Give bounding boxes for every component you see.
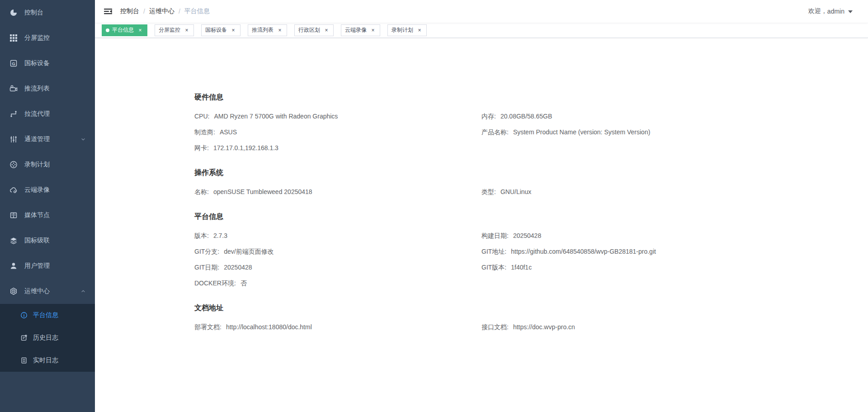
info-value: 否 bbox=[241, 279, 247, 287]
sidebar-item-label: 录制计划 bbox=[24, 161, 50, 169]
close-icon[interactable] bbox=[184, 27, 190, 33]
sidebar-subitem-platform-info[interactable]: 平台信息 bbox=[0, 304, 95, 327]
sidebar-item-record-plan[interactable]: 录制计划 bbox=[0, 152, 95, 177]
info-value: 1f40f1c bbox=[511, 264, 532, 271]
user-dropdown[interactable]: 欢迎， admin bbox=[808, 7, 853, 15]
info-label: DOCKER环境: bbox=[194, 279, 236, 287]
realtime-log-icon bbox=[20, 357, 28, 364]
breadcrumb-separator: / bbox=[179, 8, 180, 15]
info-row: 构建日期:20250428 bbox=[481, 228, 850, 244]
server-icon bbox=[9, 211, 18, 219]
section-operating-system: 操作系统 名称:openSUSE Tumbleweed 20250418 类型:… bbox=[194, 168, 850, 200]
ops-center-submenu: 平台信息 历史日志 实时日志 bbox=[0, 304, 95, 372]
tag-label: 推流列表 bbox=[252, 26, 274, 34]
close-icon[interactable] bbox=[370, 27, 376, 33]
section-right-column: 接口文档:https://doc.wvp-pro.cn bbox=[481, 319, 850, 335]
chevron-up-icon bbox=[80, 289, 86, 294]
info-row: 版本:2.7.3 bbox=[194, 228, 481, 244]
sidebar-item-label: 通道管理 bbox=[24, 135, 50, 143]
info-label: 版本: bbox=[194, 232, 209, 239]
sidebar-item-ops-center[interactable]: 运维中心 bbox=[0, 279, 95, 304]
section-left-column: 名称:openSUSE Tumbleweed 20250418 bbox=[194, 184, 481, 200]
info-value: 20250428 bbox=[513, 232, 541, 239]
sidebar-item-split-screen[interactable]: 分屏监控 bbox=[0, 25, 95, 51]
info-label: 接口文档: bbox=[481, 323, 509, 331]
info-value: 2.7.3 bbox=[213, 232, 227, 239]
section-doc-address: 文档地址 部署文档:http://localhost:18080/doc.htm… bbox=[194, 303, 850, 335]
sidebar-item-label: 国标级联 bbox=[24, 237, 50, 245]
sidebar-subitem-history-log[interactable]: 历史日志 bbox=[0, 327, 95, 349]
section-right-column: 内存:20.08GB/58.65GB 产品名称:System Product N… bbox=[481, 109, 850, 156]
sidebar-item-label: 国标设备 bbox=[24, 59, 50, 67]
tag-label: 国标设备 bbox=[205, 26, 227, 34]
close-icon[interactable] bbox=[416, 27, 423, 33]
info-row: 网卡:172.17.0.1,192.168.1.3 bbox=[194, 140, 481, 156]
close-icon[interactable] bbox=[137, 27, 143, 33]
sidebar-item-gb-device[interactable]: G 国标设备 bbox=[0, 51, 95, 76]
chevron-down-icon bbox=[80, 137, 86, 142]
main-area: 控制台 / 运维中心 / 平台信息 欢迎， admin 平台信息 分屏监控 国标… bbox=[95, 0, 868, 335]
tag-admin-region[interactable]: 行政区划 bbox=[294, 24, 334, 36]
cloud-icon bbox=[9, 186, 18, 194]
sidebar-item-gb-cascade[interactable]: 国标级联 bbox=[0, 228, 95, 253]
sliders-icon bbox=[9, 135, 18, 143]
dashboard-icon bbox=[9, 9, 18, 17]
info-label: 制造商: bbox=[194, 128, 215, 136]
info-row: 名称:openSUSE Tumbleweed 20250418 bbox=[194, 184, 481, 200]
sidebar-collapse-icon[interactable] bbox=[104, 7, 113, 15]
tag-label: 录制计划 bbox=[392, 26, 413, 34]
breadcrumb-item[interactable]: 运维中心 bbox=[149, 7, 175, 15]
sidebar-item-user-management[interactable]: 用户管理 bbox=[0, 253, 95, 279]
sidebar-item-media-node[interactable]: 媒体节点 bbox=[0, 203, 95, 228]
info-row: GIT日期:20250428 bbox=[194, 260, 481, 275]
info-label: 产品名称: bbox=[481, 128, 509, 136]
tag-gb-device[interactable]: 国标设备 bbox=[201, 24, 241, 36]
active-dot-icon bbox=[106, 28, 109, 32]
sidebar-item-push-stream-list[interactable]: 推流列表 bbox=[0, 76, 95, 101]
tag-platform-info[interactable]: 平台信息 bbox=[102, 24, 147, 36]
close-icon[interactable] bbox=[230, 27, 236, 33]
breadcrumb-separator: / bbox=[143, 8, 145, 15]
section-left-column: 部署文档:http://localhost:18080/doc.html bbox=[194, 319, 481, 335]
page-content: 硬件信息 CPU:AMD Ryzen 7 5700G with Radeon G… bbox=[95, 38, 868, 335]
info-label: GIT分支: bbox=[194, 248, 219, 255]
info-row: 接口文档:https://doc.wvp-pro.cn bbox=[481, 319, 850, 335]
sidebar-item-label: 控制台 bbox=[24, 9, 43, 17]
info-value: 20.08GB/58.65GB bbox=[500, 113, 552, 120]
tag-push-stream-list[interactable]: 推流列表 bbox=[248, 24, 287, 36]
tag-record-plan[interactable]: 录制计划 bbox=[387, 24, 427, 36]
info-value: 20250428 bbox=[224, 264, 252, 271]
close-icon[interactable] bbox=[277, 27, 283, 33]
top-navbar: 控制台 / 运维中心 / 平台信息 欢迎， admin bbox=[95, 0, 868, 23]
info-row: GIT地址:https://github.com/648540858/wvp-G… bbox=[481, 244, 850, 260]
info-row: 内存:20.08GB/58.65GB bbox=[481, 109, 850, 124]
tag-label: 平台信息 bbox=[112, 26, 134, 34]
breadcrumb: 控制台 / 运维中心 / 平台信息 bbox=[120, 7, 210, 15]
section-title: 平台信息 bbox=[194, 212, 850, 222]
close-icon[interactable] bbox=[323, 27, 330, 33]
info-label: CPU: bbox=[194, 113, 209, 120]
caret-down-icon bbox=[848, 10, 853, 13]
info-row: 产品名称:System Product Name (version: Syste… bbox=[481, 124, 850, 140]
breadcrumb-item[interactable]: 控制台 bbox=[120, 7, 139, 15]
gb-device-icon: G bbox=[9, 59, 18, 67]
sidebar-item-channel-management[interactable]: 通道管理 bbox=[0, 127, 95, 152]
sidebar-item-dashboard[interactable]: 控制台 bbox=[0, 0, 95, 25]
info-row: DOCKER环境:否 bbox=[194, 275, 481, 291]
sidebar-item-pull-stream-proxy[interactable]: 拉流代理 bbox=[0, 101, 95, 127]
tag-split-screen[interactable]: 分屏监控 bbox=[155, 24, 194, 36]
sidebar-item-label: 推流列表 bbox=[24, 85, 50, 93]
sidebar-subitem-realtime-log[interactable]: 实时日志 bbox=[0, 349, 95, 372]
info-label: 构建日期: bbox=[481, 232, 509, 239]
sidebar-item-cloud-recording[interactable]: 云端录像 bbox=[0, 177, 95, 203]
info-value: https://github.com/648540858/wvp-GB28181… bbox=[511, 248, 656, 255]
tag-label: 分屏监控 bbox=[159, 26, 180, 34]
sidebar-subitem-label: 历史日志 bbox=[33, 334, 58, 342]
info-label: 部署文档: bbox=[194, 323, 222, 331]
section-title: 硬件信息 bbox=[194, 92, 850, 102]
info-value: AMD Ryzen 7 5700G with Radeon Graphics bbox=[214, 113, 338, 120]
info-row: 类型:GNU/Linux bbox=[481, 184, 850, 200]
tags-view-bar: 平台信息 分屏监控 国标设备 推流列表 行政区划 云端录像 bbox=[95, 23, 868, 38]
tag-cloud-recording[interactable]: 云端录像 bbox=[341, 24, 380, 36]
tag-label: 行政区划 bbox=[298, 26, 320, 34]
